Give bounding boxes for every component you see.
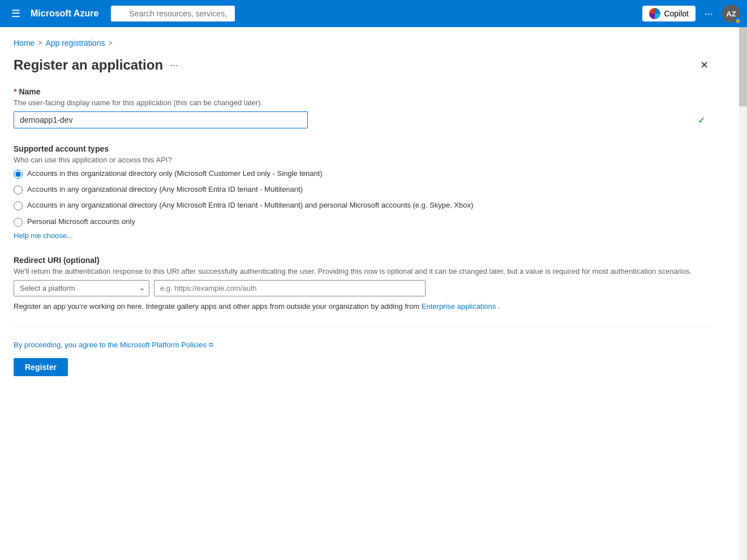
- platform-select-wrap: Select a platform Web Single-page applic…: [14, 280, 149, 296]
- avatar-initials: AZ: [726, 10, 736, 18]
- nav-right: Copilot ··· AZ 🔒: [642, 5, 740, 23]
- hamburger-icon[interactable]: ☰: [7, 5, 25, 22]
- nav-title: Microsoft Azure: [31, 8, 98, 19]
- register-note-suffix: .: [498, 302, 500, 311]
- copilot-label: Copilot: [664, 9, 689, 18]
- account-types-section: Supported account types Who can use this…: [14, 144, 711, 240]
- register-button[interactable]: Register: [14, 358, 68, 376]
- nav-bar: ☰ Microsoft Azure 🔍 Copilot ··· AZ 🔒: [0, 0, 747, 27]
- breadcrumb-sep-1: >: [38, 39, 42, 47]
- name-valid-icon: ✓: [698, 115, 705, 126]
- name-section: * Name The user-facing display name for …: [14, 87, 711, 128]
- bottom-divider: [14, 326, 711, 327]
- account-types-label: Supported account types: [14, 144, 711, 153]
- policy-text: By proceeding, you agree to the Microsof…: [14, 341, 207, 349]
- account-types-question: Who can use this application or access t…: [14, 156, 711, 164]
- radio-input-2[interactable]: [14, 201, 23, 210]
- name-description: The user-facing display name for this ap…: [14, 98, 711, 107]
- name-label-text: Name: [19, 87, 40, 96]
- radio-item-1[interactable]: Accounts in any organizational directory…: [14, 184, 711, 195]
- breadcrumb-home[interactable]: Home: [14, 38, 35, 48]
- redirect-uri-input[interactable]: [154, 280, 426, 296]
- nav-more-icon[interactable]: ···: [700, 6, 718, 22]
- radio-item-3[interactable]: Personal Microsoft accounts only: [14, 217, 711, 227]
- close-button[interactable]: ✕: [698, 57, 711, 74]
- search-wrap: 🔍: [111, 6, 383, 21]
- register-note: Register an app you're working on here. …: [14, 302, 711, 311]
- breadcrumb-sep-2: >: [108, 39, 112, 47]
- policy-link[interactable]: By proceeding, you agree to the Microsof…: [14, 341, 711, 349]
- policy-section: By proceeding, you agree to the Microsof…: [14, 341, 711, 349]
- search-input[interactable]: [111, 6, 235, 21]
- breadcrumb-app-registrations[interactable]: App registrations: [45, 38, 105, 48]
- copilot-icon: [649, 8, 660, 19]
- redirect-uri-label: Redirect URI (optional): [14, 256, 711, 265]
- radio-input-1[interactable]: [14, 186, 23, 195]
- radio-input-3[interactable]: [14, 218, 23, 227]
- scrollbar-thumb[interactable]: [739, 27, 747, 106]
- name-label: * Name: [14, 87, 711, 96]
- required-star: *: [14, 87, 16, 96]
- radio-label-0: Accounts in this organizational director…: [27, 169, 323, 179]
- breadcrumb: Home > App registrations >: [14, 38, 711, 48]
- scrollbar-track: [739, 27, 747, 560]
- platform-select[interactable]: Select a platform Web Single-page applic…: [14, 280, 149, 296]
- radio-label-3: Personal Microsoft accounts only: [27, 217, 135, 227]
- name-input[interactable]: [14, 111, 308, 128]
- main-content: Home > App registrations > Register an a…: [0, 27, 724, 560]
- register-note-prefix: Register an app you're working on here. …: [14, 302, 419, 311]
- page-title-row: Register an application ··· ✕: [14, 57, 711, 74]
- radio-item-0[interactable]: Accounts in this organizational director…: [14, 169, 711, 179]
- redirect-uri-section: Redirect URI (optional) We'll return the…: [14, 256, 711, 311]
- page-title: Register an application: [14, 57, 163, 73]
- enterprise-applications-link[interactable]: Enterprise applications: [422, 302, 496, 311]
- account-types-radio-group: Accounts in this organizational director…: [14, 169, 711, 227]
- redirect-uri-row: Select a platform Web Single-page applic…: [14, 280, 711, 296]
- page-more-icon[interactable]: ···: [170, 59, 178, 71]
- name-input-wrap: ✓: [14, 111, 711, 128]
- radio-label-1: Accounts in any organizational directory…: [27, 184, 303, 195]
- external-link-icon: ⧉: [209, 341, 213, 348]
- avatar[interactable]: AZ 🔒: [722, 5, 740, 23]
- radio-input-0[interactable]: [14, 170, 23, 179]
- radio-item-2[interactable]: Accounts in any organizational directory…: [14, 200, 711, 210]
- redirect-uri-description: We'll return the authentication response…: [14, 267, 711, 275]
- radio-label-2: Accounts in any organizational directory…: [27, 200, 473, 210]
- help-me-choose-link[interactable]: Help me choose...: [14, 231, 73, 240]
- avatar-lock-icon: 🔒: [735, 17, 741, 24]
- copilot-button[interactable]: Copilot: [642, 6, 696, 21]
